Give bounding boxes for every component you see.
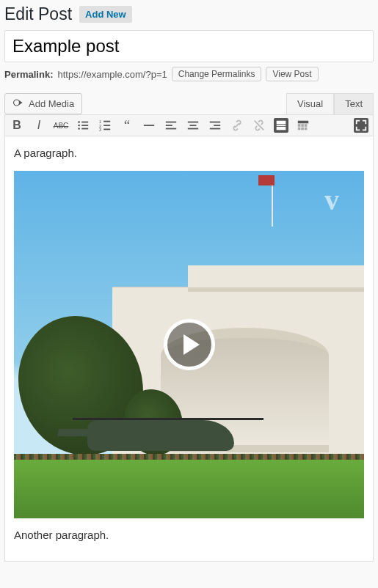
video-embed: v: [14, 171, 364, 518]
italic-button[interactable]: I: [32, 118, 46, 133]
page-title: Edit Post: [4, 4, 72, 24]
svg-rect-14: [166, 122, 176, 123]
svg-rect-25: [277, 125, 286, 126]
hr-button[interactable]: [142, 118, 156, 133]
view-post-button[interactable]: View Post: [266, 67, 318, 81]
bullet-list-button[interactable]: [76, 118, 90, 133]
link-button[interactable]: [230, 118, 244, 133]
strikethrough-button[interactable]: ABC: [54, 118, 68, 133]
editor-content[interactable]: A paragraph. v Another paragraph.: [5, 136, 373, 561]
vine-logo-icon: v: [324, 178, 354, 207]
align-right-button[interactable]: [208, 118, 222, 133]
svg-rect-21: [214, 125, 220, 126]
svg-rect-29: [301, 124, 304, 127]
svg-rect-26: [277, 127, 286, 131]
svg-point-5: [78, 128, 80, 130]
paragraph-1[interactable]: A paragraph.: [14, 145, 364, 162]
svg-rect-8: [103, 121, 110, 122]
toolbar-toggle-button[interactable]: [296, 118, 310, 133]
svg-point-3: [78, 125, 80, 127]
svg-rect-2: [81, 122, 88, 123]
svg-rect-6: [81, 128, 88, 130]
change-permalinks-button[interactable]: Change Permalinks: [172, 67, 262, 81]
svg-rect-20: [210, 122, 220, 123]
permalink-url: https://example.com/?p=1: [57, 69, 167, 80]
post-title-input[interactable]: [4, 30, 374, 62]
svg-rect-31: [298, 128, 301, 131]
media-icon: [12, 97, 24, 111]
svg-rect-32: [301, 128, 304, 131]
read-more-button[interactable]: [274, 118, 288, 133]
svg-text:3: 3: [99, 128, 101, 132]
svg-point-0: [14, 100, 20, 106]
svg-rect-19: [188, 128, 198, 130]
add-media-button[interactable]: Add Media: [4, 93, 82, 114]
embed-lawn: [14, 460, 364, 518]
align-center-button[interactable]: [186, 118, 200, 133]
svg-rect-27: [298, 121, 308, 124]
flag-icon: [258, 175, 275, 185]
svg-rect-13: [144, 125, 154, 126]
svg-rect-12: [103, 129, 110, 131]
add-new-button[interactable]: Add New: [79, 6, 132, 23]
svg-rect-30: [305, 124, 308, 127]
blockquote-button[interactable]: “: [120, 118, 134, 133]
add-media-label: Add Media: [29, 98, 74, 109]
svg-rect-15: [166, 125, 172, 126]
svg-rect-24: [277, 121, 286, 125]
paragraph-2[interactable]: Another paragraph.: [14, 527, 364, 544]
svg-rect-22: [210, 128, 220, 130]
svg-rect-16: [166, 128, 176, 130]
svg-rect-4: [81, 125, 88, 126]
number-list-button[interactable]: 123: [98, 118, 112, 133]
fullscreen-button[interactable]: [354, 118, 368, 133]
svg-rect-17: [188, 122, 198, 123]
editor-toolbar: B I ABC 123 “: [5, 115, 373, 136]
svg-point-1: [78, 121, 80, 123]
tab-text[interactable]: Text: [334, 93, 374, 114]
tab-visual[interactable]: Visual: [286, 93, 334, 114]
svg-rect-18: [190, 125, 197, 126]
svg-rect-33: [305, 128, 308, 131]
permalink-label: Permalink:: [4, 69, 53, 80]
editor: B I ABC 123 “ A paragraph.: [4, 114, 374, 562]
bold-button[interactable]: B: [10, 118, 24, 133]
unlink-button[interactable]: [252, 118, 266, 133]
play-button[interactable]: [164, 319, 215, 370]
svg-rect-10: [103, 125, 110, 126]
embed-helicopter: [58, 407, 278, 458]
svg-rect-28: [298, 124, 301, 127]
align-left-button[interactable]: [164, 118, 178, 133]
